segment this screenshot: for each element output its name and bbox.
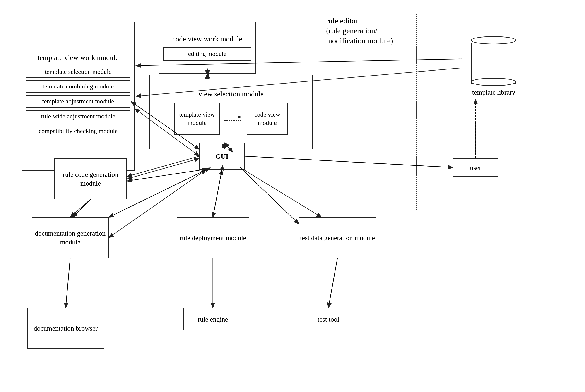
doc-gen-box: documentation generation module — [32, 217, 109, 258]
svg-line-18 — [328, 258, 337, 308]
svg-line-36 — [328, 258, 337, 308]
view-selection-box: view selection module template view modu… — [150, 75, 313, 150]
rule-engine-box: rule engine — [183, 308, 242, 330]
view-modules-row: template view module code v — [174, 103, 288, 135]
template-selection-module: template selection module — [26, 66, 130, 78]
editing-module-box: editing module — [163, 47, 251, 61]
arrows-between-modules — [224, 114, 242, 123]
svg-line-34 — [66, 258, 70, 308]
test-data-gen-box: test data generation module — [299, 217, 376, 258]
template-view-work-label: template view work module — [38, 53, 119, 62]
doc-browser-box: documentation browser — [27, 308, 104, 348]
user-box: user — [453, 158, 498, 176]
code-view-work-label: code view work module — [172, 34, 242, 44]
view-selection-label: view selection module — [198, 90, 264, 99]
template-library-cylinder — [471, 36, 516, 86]
svg-line-16 — [66, 258, 70, 308]
cylinder-bottom-ellipse — [471, 78, 516, 86]
template-view-work-box: template view work module template selec… — [22, 22, 135, 171]
template-library-container: template library — [462, 36, 525, 100]
rule-code-gen-box: rule code generation module — [54, 158, 127, 199]
compatibility-checking-module: compatibility checking module — [26, 125, 130, 137]
template-adjustment-module: template adjustment module — [26, 95, 130, 108]
cylinder-top-ellipse — [471, 36, 516, 44]
cylinder-body — [471, 43, 516, 84]
test-tool-box: test tool — [306, 308, 351, 330]
rule-wide-adjustment-module: rule-wide adjustment module — [26, 110, 130, 122]
rule-editor-label: rule editor(rule generation/modification… — [326, 16, 393, 46]
code-view-module-box: code view module — [247, 103, 288, 135]
gui-box: GUI — [199, 142, 245, 170]
code-view-work-box: code view work module editing module — [159, 22, 256, 74]
template-combining-module: template combining module — [26, 80, 130, 92]
template-library-label: template library — [472, 88, 515, 97]
dashed-arrows-svg — [224, 114, 242, 123]
template-view-module-box: template view module — [174, 103, 220, 135]
diagram: rule editor(rule generation/modification… — [9, 9, 575, 385]
rule-deploy-box: rule deployment module — [177, 217, 249, 258]
